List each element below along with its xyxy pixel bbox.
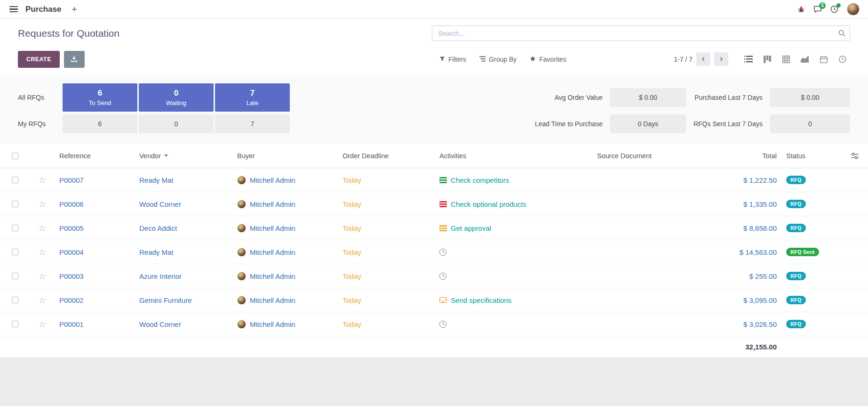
- column-header-source[interactable]: Source Document: [592, 152, 704, 160]
- my-rfqs-waiting[interactable]: 0: [139, 114, 214, 133]
- buyer-avatar: [237, 200, 246, 209]
- favorites-button[interactable]: Favorites: [530, 56, 566, 63]
- table-row[interactable]: ☆ P00005 Deco Addict Mitchell Admin Toda…: [0, 216, 868, 240]
- vendor-link[interactable]: Wood Corner: [139, 320, 181, 328]
- export-button[interactable]: [64, 51, 85, 68]
- pager-previous-button[interactable]: ‹: [696, 52, 710, 66]
- favorite-star-icon[interactable]: ☆: [38, 320, 46, 329]
- activity-type-icon[interactable]: [439, 297, 447, 303]
- buyer-link[interactable]: Mitchell Admin: [250, 248, 295, 256]
- activity-link[interactable]: Send specifications: [451, 296, 511, 304]
- vendor-link[interactable]: Azure Interior: [139, 272, 182, 280]
- calendar-view-icon[interactable]: [816, 52, 831, 66]
- activity-link[interactable]: Check optional products: [451, 200, 526, 208]
- activity-type-icon[interactable]: [439, 201, 447, 207]
- buyer-link[interactable]: Mitchell Admin: [250, 296, 295, 304]
- rfqs-to-send-card[interactable]: 6 To Send: [63, 83, 137, 112]
- select-all-checkbox[interactable]: [12, 153, 18, 159]
- buyer-link[interactable]: Mitchell Admin: [250, 224, 295, 232]
- activity-link[interactable]: Check competitors: [451, 176, 509, 184]
- favorite-star-icon[interactable]: ☆: [38, 296, 46, 305]
- view-switcher: [741, 52, 850, 66]
- apps-menu-icon[interactable]: [8, 4, 19, 14]
- activity-type-icon[interactable]: [439, 321, 446, 328]
- table-row[interactable]: ☆ P00002 Gemini Furniture Mitchell Admin…: [0, 288, 868, 312]
- buyer-avatar: [237, 176, 246, 185]
- reference-link[interactable]: P00004: [59, 248, 84, 256]
- rfqs-late-card[interactable]: 7 Late: [215, 83, 290, 112]
- activity-type-icon[interactable]: [439, 273, 446, 280]
- filters-button[interactable]: Filters: [439, 56, 466, 63]
- row-checkbox[interactable]: [12, 321, 18, 327]
- graph-view-icon[interactable]: [797, 52, 812, 66]
- table-row[interactable]: ☆ P00007 Ready Mat Mitchell Admin Today …: [0, 168, 868, 192]
- avg-order-value-label: Avg Order Value: [535, 94, 603, 101]
- table-row[interactable]: ☆ P00004 Ready Mat Mitchell Admin Today …: [0, 240, 868, 264]
- buyer-link[interactable]: Mitchell Admin: [250, 320, 295, 328]
- column-header-reference[interactable]: Reference: [55, 152, 135, 160]
- activity-view-icon[interactable]: [835, 52, 850, 66]
- favorite-star-icon[interactable]: ☆: [38, 200, 46, 209]
- my-rfqs-to-send[interactable]: 6: [63, 114, 137, 133]
- app-name[interactable]: Purchase: [25, 5, 62, 14]
- table-row[interactable]: ☆ P00003 Azure Interior Mitchell Admin T…: [0, 264, 868, 288]
- plus-icon[interactable]: +: [72, 4, 77, 15]
- search-input[interactable]: [432, 25, 850, 41]
- search-icon[interactable]: [838, 30, 845, 39]
- kanban-view-icon[interactable]: [759, 52, 775, 66]
- activity-link[interactable]: Get approval: [451, 224, 491, 232]
- row-checkbox[interactable]: [12, 177, 18, 183]
- list-view-icon[interactable]: [741, 52, 756, 66]
- reference-link[interactable]: P00002: [59, 296, 84, 304]
- row-checkbox[interactable]: [12, 249, 18, 255]
- order-deadline: Today: [342, 176, 361, 184]
- favorite-star-icon[interactable]: ☆: [38, 248, 46, 257]
- vendor-link[interactable]: Ready Mat: [139, 176, 174, 184]
- row-checkbox[interactable]: [12, 225, 18, 231]
- table-row[interactable]: ☆ P00001 Wood Corner Mitchell Admin Toda…: [0, 312, 868, 336]
- status-badge: RFQ: [786, 176, 806, 184]
- row-checkbox[interactable]: [12, 201, 18, 207]
- activity-type-icon[interactable]: [439, 177, 447, 183]
- column-header-total[interactable]: Total: [704, 152, 781, 160]
- activity-type-icon[interactable]: [439, 225, 447, 231]
- vendor-link[interactable]: Ready Mat: [139, 248, 174, 256]
- to-send-label: To Send: [89, 99, 111, 106]
- reference-link[interactable]: P00003: [59, 272, 84, 280]
- reference-link[interactable]: P00007: [59, 176, 84, 184]
- activities-clock-icon[interactable]: [830, 5, 838, 13]
- reference-link[interactable]: P00001: [59, 320, 84, 328]
- column-header-status[interactable]: Status: [781, 152, 842, 160]
- reference-link[interactable]: P00005: [59, 224, 84, 232]
- column-header-deadline[interactable]: Order Deadline: [338, 152, 435, 160]
- pager-next-button[interactable]: ›: [714, 52, 728, 66]
- row-checkbox[interactable]: [12, 297, 18, 303]
- vendor-link[interactable]: Wood Corner: [139, 200, 181, 208]
- group-by-button[interactable]: Group By: [479, 56, 517, 63]
- buyer-link[interactable]: Mitchell Admin: [250, 176, 295, 184]
- create-button[interactable]: CREATE: [18, 51, 60, 68]
- user-avatar[interactable]: [847, 3, 860, 16]
- column-header-buyer[interactable]: Buyer: [232, 152, 338, 160]
- pivot-view-icon[interactable]: [778, 52, 794, 66]
- buyer-link[interactable]: Mitchell Admin: [250, 272, 295, 280]
- messages-icon[interactable]: 5: [813, 5, 822, 13]
- purchased-last-7-days-label: Purchased Last 7 Days: [693, 94, 763, 101]
- favorite-star-icon[interactable]: ☆: [38, 272, 46, 281]
- my-rfqs-late[interactable]: 7: [215, 114, 290, 133]
- column-header-vendor[interactable]: Vendor: [135, 152, 232, 160]
- favorite-star-icon[interactable]: ☆: [38, 176, 46, 185]
- debug-bug-icon[interactable]: [797, 6, 805, 13]
- buyer-link[interactable]: Mitchell Admin: [250, 200, 295, 208]
- activity-type-icon[interactable]: [439, 249, 446, 256]
- row-checkbox[interactable]: [12, 273, 18, 279]
- reference-link[interactable]: P00006: [59, 200, 84, 208]
- rfqs-sent-last-7-days: 0: [770, 114, 850, 133]
- vendor-link[interactable]: Gemini Furniture: [139, 296, 192, 304]
- optional-columns-icon[interactable]: [842, 153, 868, 159]
- rfqs-waiting-card[interactable]: 0 Waiting: [139, 83, 214, 112]
- column-header-activities[interactable]: Activities: [435, 152, 592, 160]
- vendor-link[interactable]: Deco Addict: [139, 224, 177, 232]
- favorite-star-icon[interactable]: ☆: [38, 224, 46, 233]
- table-row[interactable]: ☆ P00006 Wood Corner Mitchell Admin Toda…: [0, 192, 868, 216]
